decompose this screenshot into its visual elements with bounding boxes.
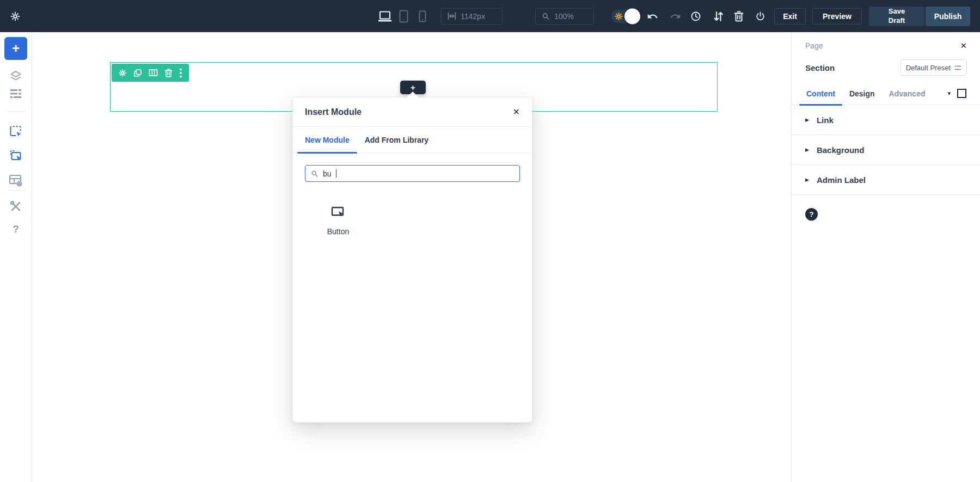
plus-icon: +	[411, 83, 415, 92]
exit-button[interactable]: Exit	[774, 8, 806, 25]
section-duplicate-icon[interactable]	[133, 69, 142, 77]
redo-icon[interactable]	[670, 10, 681, 22]
modal-close-icon[interactable]: ✕	[513, 107, 520, 117]
tab-content[interactable]: Content	[799, 82, 842, 105]
magnifier-icon	[311, 170, 318, 178]
section-settings-gear-icon[interactable]	[118, 69, 127, 77]
preview-button[interactable]: Preview	[812, 8, 862, 25]
wireframe-list-icon[interactable]	[10, 89, 22, 99]
tab-design[interactable]: Design	[842, 82, 882, 105]
canvas-width-input[interactable]: 1142px	[441, 8, 503, 25]
add-section-button[interactable]: +	[4, 37, 27, 60]
section-toolbar	[112, 64, 189, 82]
caret-right-icon: ▶	[805, 147, 809, 152]
tablet-view-icon[interactable]	[399, 10, 408, 23]
tab-new-module[interactable]: New Module	[297, 127, 357, 152]
section-menu-dots-icon[interactable]	[179, 68, 182, 78]
module-item-button[interactable]: Button	[314, 206, 363, 236]
element-label: Section	[805, 63, 835, 72]
save-draft-button[interactable]: Save Draft	[869, 7, 924, 26]
grid-settings-icon[interactable]	[9, 174, 23, 187]
modal-header: Insert Module ✕	[293, 97, 532, 127]
help-icon[interactable]: ?	[13, 223, 19, 235]
width-arrows-icon	[448, 13, 456, 20]
panel-close-icon[interactable]: ✕	[960, 41, 967, 51]
module-results: Button	[293, 206, 532, 236]
page-settings-panel: Page ✕ Section Default Preset Content De…	[791, 32, 980, 482]
panel-tabs: Content Design Advanced ▾	[792, 82, 980, 105]
publish-button[interactable]: Publish	[926, 7, 970, 26]
sort-arrows-icon[interactable]	[713, 11, 724, 22]
trash-icon[interactable]	[734, 11, 744, 22]
canvas-zoom-input[interactable]: 100%	[535, 8, 594, 25]
tools-icon[interactable]	[9, 200, 22, 213]
canvas-zoom-value: 100%	[554, 12, 574, 21]
chevron-down-icon[interactable]: ▾	[947, 90, 951, 97]
section-trash-icon[interactable]	[164, 69, 173, 77]
layers-icon[interactable]	[9, 69, 22, 82]
desktop-view-icon[interactable]	[378, 10, 392, 22]
modal-arrow-notch	[407, 91, 419, 97]
section-row-background[interactable]: ▶ Background	[792, 135, 980, 165]
click-select-alt-icon[interactable]	[9, 149, 23, 163]
magnifier-icon	[542, 12, 550, 20]
element-row: Section Default Preset	[805, 59, 967, 76]
insert-module-modal: Insert Module ✕ New Module Add From Libr…	[292, 97, 532, 423]
tab-advanced[interactable]: Advanced	[882, 82, 933, 105]
click-select-icon[interactable]	[9, 124, 23, 139]
modal-search-wrap: bu	[293, 153, 532, 182]
toggle-knob	[624, 8, 640, 24]
section-row-admin-label[interactable]: ▶ Admin Label	[792, 165, 980, 195]
sidebar-divider	[7, 111, 25, 112]
modal-tabs: New Module Add From Library	[293, 127, 532, 153]
default-preset-button[interactable]: Default Preset	[901, 59, 967, 76]
expand-square-icon[interactable]	[957, 89, 966, 98]
builder-topbar: 1142px 100%	[0, 0, 980, 32]
history-clock-icon[interactable]	[690, 11, 701, 22]
module-search-input[interactable]: bu	[305, 165, 520, 182]
power-icon[interactable]	[755, 11, 765, 22]
sidebar-divider	[7, 190, 25, 191]
toggle-gear-icon	[614, 11, 623, 21]
text-cursor	[336, 169, 336, 178]
section-row-link[interactable]: ▶ Link	[792, 105, 980, 135]
panel-help-icon[interactable]: ?	[805, 208, 818, 221]
tab-add-from-library[interactable]: Add From Library	[357, 127, 436, 152]
section-columns-icon[interactable]	[149, 69, 158, 77]
modal-title: Insert Module	[305, 107, 362, 117]
caret-right-icon: ▶	[805, 177, 809, 182]
canvas-width-value: 1142px	[461, 12, 485, 21]
caret-right-icon: ▶	[805, 117, 809, 123]
button-cursor-icon	[331, 206, 346, 220]
module-item-label: Button	[314, 227, 363, 236]
builder-left-sidebar: +	[0, 32, 32, 482]
panel-title: Page	[805, 41, 823, 50]
panel-header: Page ✕	[792, 32, 980, 59]
builder-mode-toggle[interactable]	[611, 9, 639, 23]
page-settings-gear-icon[interactable]	[10, 11, 21, 22]
search-value: bu	[323, 169, 332, 178]
plus-icon: +	[12, 41, 20, 56]
phone-view-icon[interactable]	[419, 10, 426, 22]
undo-icon[interactable]	[647, 10, 658, 22]
preset-icon	[954, 65, 961, 71]
